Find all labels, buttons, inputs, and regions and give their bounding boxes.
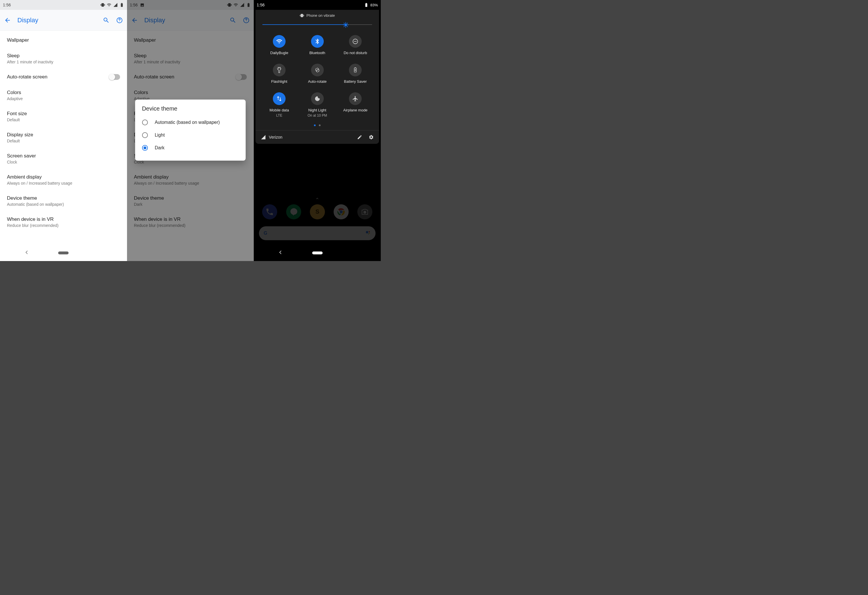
qs-tile-battery-saver[interactable]: Battery Saver	[336, 63, 374, 84]
signal-icon	[113, 3, 118, 7]
moon-icon	[311, 92, 324, 105]
battery-pct: 83%	[371, 3, 378, 7]
tile-sublabel: On at 10 PM	[307, 114, 327, 118]
battery-icon	[120, 3, 124, 7]
item-subtitle: Default	[7, 118, 27, 122]
status-icons: 83%	[364, 3, 378, 7]
status-time: 1:56	[3, 3, 11, 7]
tile-label: Do not disturb	[344, 51, 367, 55]
battery-icon	[364, 3, 369, 7]
signal-icon	[261, 134, 266, 140]
tile-label: Mobile data	[269, 108, 289, 112]
page-title: Display	[17, 16, 96, 24]
qs-tile-night-light[interactable]: Night LightOn at 10 PM	[298, 92, 337, 118]
qs-footer: Verizon	[255, 130, 379, 144]
batt-icon	[349, 63, 362, 77]
brightness-slider[interactable]	[263, 21, 372, 29]
rotate-icon	[311, 63, 324, 77]
nav-home-pill[interactable]	[58, 251, 69, 254]
search-icon[interactable]	[103, 17, 110, 24]
radio-circle-icon	[142, 145, 148, 151]
qs-tile-do-not-disturb[interactable]: Do not disturb	[336, 35, 374, 55]
back-arrow-icon[interactable]	[4, 17, 11, 24]
quick-settings-panel: Phone on vibrate DailyBugleBluetoothDo n…	[255, 10, 379, 144]
brightness-thumb-icon[interactable]	[342, 22, 349, 28]
radio-option-dark[interactable]: Dark	[142, 142, 239, 154]
qs-tile-mobile-data[interactable]: Mobile dataLTE	[260, 92, 298, 118]
item-subtitle: Adaptive	[7, 96, 22, 101]
item-title: Auto-rotate screen	[7, 74, 47, 80]
radio-label: Automatic (based on wallpaper)	[155, 120, 220, 125]
tile-label: Flashlight	[271, 79, 287, 84]
tile-label: Battery Saver	[344, 79, 367, 84]
tile-sublabel: LTE	[276, 114, 282, 118]
wifi-icon	[107, 3, 111, 7]
vibrate-icon	[300, 13, 304, 18]
screenshot-theme-dialog: 1:56 Display WallpaperSleepAfter 1 minut…	[127, 0, 254, 261]
app-bar: Display	[0, 10, 127, 31]
nav-back-icon[interactable]	[24, 250, 30, 256]
slider-fill	[263, 24, 346, 25]
nav-home-pill[interactable]	[312, 251, 323, 254]
settings-item-when-device-is-in-vr[interactable]: When device is in VRReduce blur (recomme…	[0, 211, 127, 233]
pager-dot	[314, 124, 316, 126]
qs-tile-flashlight[interactable]: Flashlight	[260, 63, 298, 84]
bt-icon	[311, 35, 324, 48]
nav-bar	[254, 245, 381, 261]
qs-tile-airplane-mode[interactable]: Airplane mode	[336, 92, 374, 118]
gear-icon[interactable]	[369, 134, 374, 140]
qs-header[interactable]: Phone on vibrate	[260, 13, 374, 19]
vibrate-icon	[100, 3, 105, 7]
settings-item-sleep[interactable]: SleepAfter 1 minute of inactivity	[0, 48, 127, 69]
qs-pager[interactable]	[260, 119, 374, 128]
qs-tile-dailybugle[interactable]: DailyBugle	[260, 35, 298, 55]
edit-icon[interactable]	[357, 134, 362, 140]
nav-bar	[0, 245, 127, 261]
item-title: Ambient display	[7, 174, 72, 180]
plane-icon	[349, 92, 362, 105]
svg-rect-15	[355, 68, 356, 68]
item-subtitle: After 1 minute of inactivity	[7, 60, 53, 64]
item-subtitle: Reduce blur (recommended)	[7, 223, 58, 228]
qs-tile-bluetooth[interactable]: Bluetooth	[298, 35, 337, 55]
pager-dot	[319, 124, 320, 126]
dialog-title: Device theme	[142, 105, 239, 112]
tile-label: DailyBugle	[270, 51, 288, 55]
svg-point-12	[344, 24, 347, 26]
item-subtitle: Default	[7, 139, 33, 143]
nav-back-icon[interactable]	[278, 250, 283, 256]
settings-item-ambient-display[interactable]: Ambient displayAlways on / Increased bat…	[0, 169, 127, 190]
screenshot-display-settings: 1:56 Display WallpaperSleepAfter 1 minut…	[0, 0, 127, 261]
radio-label: Light	[155, 133, 165, 138]
settings-item-colors[interactable]: ColorsAdaptive	[0, 85, 127, 106]
radio-circle-icon	[142, 132, 148, 138]
dnd-icon	[349, 35, 362, 48]
help-icon[interactable]	[116, 17, 123, 24]
status-time: 1:56	[257, 3, 264, 7]
settings-item-screen-saver[interactable]: Screen saverClock	[0, 148, 127, 169]
item-title: Screen saver	[7, 153, 36, 159]
radio-option-light[interactable]: Light	[142, 129, 239, 142]
status-icons	[100, 3, 124, 7]
item-subtitle: Automatic (based on wallpaper)	[7, 202, 64, 207]
settings-item-font-size[interactable]: Font sizeDefault	[0, 106, 127, 127]
radio-option-automatic-based-on-wallpaper-[interactable]: Automatic (based on wallpaper)	[142, 116, 239, 129]
device-theme-dialog: Device theme Automatic (based on wallpap…	[135, 100, 246, 161]
wifi-icon	[273, 35, 286, 48]
radio-label: Dark	[155, 145, 165, 151]
settings-item-wallpaper[interactable]: Wallpaper	[0, 32, 127, 48]
qs-tile-auto-rotate[interactable]: Auto-rotate	[298, 63, 337, 84]
item-title: Display size	[7, 132, 33, 138]
toggle-switch[interactable]	[110, 74, 120, 80]
item-title: Wallpaper	[7, 37, 29, 43]
item-title: Device theme	[7, 195, 64, 201]
screenshot-quick-settings: S ⌃ G 1:56 83% Phone on vibrate DailyBug…	[254, 0, 381, 261]
item-title: Colors	[7, 90, 22, 96]
carrier-label: Verizon	[269, 135, 282, 139]
settings-item-auto-rotate-screen[interactable]: Auto-rotate screen	[0, 69, 127, 85]
tile-label: Airplane mode	[343, 108, 368, 112]
svg-point-1	[119, 21, 120, 22]
settings-item-device-theme[interactable]: Device themeAutomatic (based on wallpape…	[0, 190, 127, 211]
item-subtitle: Clock	[7, 160, 36, 164]
settings-item-display-size[interactable]: Display sizeDefault	[0, 127, 127, 148]
